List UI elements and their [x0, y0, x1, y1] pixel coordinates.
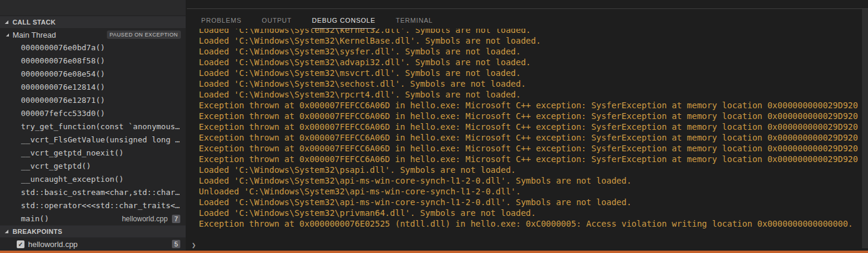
debug-console-input[interactable]: ❯: [192, 240, 196, 251]
frame-file-label: helloworld.cpp: [122, 212, 168, 225]
collapse-twisty-icon: [5, 230, 8, 233]
stack-frame[interactable]: 0000000076e08e54(): [0, 68, 186, 81]
console-line: Exception thrown at 0x000007FEFCC6A06D i…: [199, 143, 860, 154]
console-line: Loaded 'C:\Windows\System32\api-ms-win-c…: [199, 175, 860, 186]
stack-frame[interactable]: 0000000076e12814(): [0, 81, 186, 94]
stack-frame[interactable]: try_get_function(const `anonymous…: [0, 120, 186, 133]
frame-name: main(): [21, 212, 49, 225]
tab-debug-console[interactable]: DEBUG CONSOLE: [312, 9, 375, 29]
panel-top-border: [187, 8, 868, 9]
frame-line-badge: 7: [172, 215, 180, 223]
stack-frame[interactable]: 0000000076e12871(): [0, 94, 186, 107]
console-line: Exception thrown at 0x000007FEFCC6A06D i…: [199, 100, 860, 111]
console-line: Loaded 'C:\Windows\System32\sysfer.dll'.…: [199, 46, 860, 57]
breakpoint-file-label: helloworld.cpp: [28, 240, 172, 249]
frame-name: 0000000076e0bd7a(): [21, 41, 105, 54]
breakpoint-row[interactable]: ✓ helloworld.cpp 5: [0, 237, 186, 251]
sidebar-empty-section: [0, 0, 186, 16]
stack-frame[interactable]: std::basic_ostream<char,std::char…: [0, 186, 186, 199]
tab-output[interactable]: OUTPUT: [262, 9, 292, 29]
breakpoints-section-header[interactable]: BREAKPOINTS: [0, 225, 186, 237]
frame-name: 000007fefcc533d0(): [21, 107, 105, 120]
console-line: Exception thrown at 0x000007FEFCC6A06D i…: [199, 111, 860, 121]
vscode-debug-view: CALL STACK Main Thread PAUSED ON EXCEPTI…: [0, 0, 868, 253]
console-line: Loaded 'C:\Windows\System32\privman64.dl…: [199, 208, 860, 218]
console-line: Exception thrown at 0x000007FEFCC6A06D i…: [199, 154, 860, 164]
console-line: Loaded 'C:\Windows\System32\KernelBase.d…: [199, 35, 860, 46]
debug-sidebar: CALL STACK Main Thread PAUSED ON EXCEPTI…: [0, 0, 186, 251]
frame-name: __uncaught_exception(): [21, 173, 124, 186]
thread-row-main[interactable]: Main Thread PAUSED ON EXCEPTION: [0, 28, 186, 41]
breakpoint-line-badge: 5: [172, 240, 180, 248]
console-scrollbar[interactable]: [862, 9, 868, 248]
tab-problems[interactable]: PROBLEMS: [201, 9, 242, 29]
breakpoints-header-label: BREAKPOINTS: [13, 228, 62, 235]
debug-console-output: Loaded 'C:\Windows\System32\kernel32.dll…: [199, 25, 860, 229]
bottom-panel: Loaded 'C:\Windows\System32\kernel32.dll…: [186, 0, 868, 251]
tab-terminal[interactable]: TERMINAL: [396, 9, 433, 29]
console-line: Loaded 'C:\Windows\System32\sechost.dll'…: [199, 78, 860, 89]
stack-frame[interactable]: 0000000076e0bd7a(): [0, 41, 186, 54]
collapse-twisty-icon: [6, 33, 9, 36]
frame-name: std::operator<<<std::char_traits<…: [21, 199, 180, 212]
console-line: Unloaded 'C:\Windows\System32\api-ms-win…: [199, 186, 860, 197]
callstack-section-header[interactable]: CALL STACK: [0, 16, 186, 28]
frame-name: 0000000076e08f58(): [21, 54, 105, 68]
console-line: Loaded 'C:\Windows\System32\msvcrt.dll'.…: [199, 68, 860, 78]
stack-frame[interactable]: __vcrt_getptd_noexit(): [0, 147, 186, 160]
stack-frame[interactable]: 0000000076e08f58(): [0, 54, 186, 68]
callstack-header-label: CALL STACK: [13, 19, 56, 26]
chevron-right-icon: ❯: [192, 241, 196, 249]
console-line: Exception thrown at 0x0000000076E02525 (…: [199, 218, 860, 229]
frame-name: 0000000076e08e54(): [21, 68, 105, 81]
stack-frame[interactable]: __vcrt_FlsGetValue(unsigned long …: [0, 133, 186, 147]
stack-frame[interactable]: __uncaught_exception(): [0, 173, 186, 186]
callstack-frame-list: 0000000076e0bd7a() 0000000076e08f58() 00…: [0, 41, 186, 225]
console-line: Loaded 'C:\Windows\System32\rpcrt4.dll'.…: [199, 89, 860, 100]
stack-frame-main[interactable]: main() helloworld.cpp 7: [0, 212, 186, 225]
frame-name: 0000000076e12814(): [21, 81, 105, 94]
frame-name: __vcrt_getptd_noexit(): [21, 147, 124, 160]
frame-name: std::basic_ostream<char,std::char…: [21, 186, 180, 199]
frame-name: 0000000076e12871(): [21, 94, 105, 107]
frame-name: __vcrt_getptd(): [21, 160, 91, 173]
stack-frame[interactable]: __vcrt_getptd(): [0, 160, 186, 173]
frame-name: __vcrt_FlsGetValue(unsigned long …: [21, 133, 180, 147]
debug-statusbar-accent: [0, 251, 868, 253]
stack-frame[interactable]: std::operator<<<std::char_traits<…: [0, 199, 186, 212]
console-line: Loaded 'C:\Windows\System32\psapi.dll'. …: [199, 164, 860, 175]
thread-label: Main Thread: [13, 31, 107, 39]
collapse-twisty-icon: [5, 20, 8, 24]
panel-tabs-bar: PROBLEMS OUTPUT DEBUG CONSOLE TERMINAL: [186, 9, 868, 29]
paused-on-exception-badge: PAUSED ON EXCEPTION: [107, 31, 181, 39]
breakpoint-checkbox[interactable]: ✓: [17, 240, 24, 248]
console-line: Exception thrown at 0x000007FEFCC6A06D i…: [199, 132, 860, 143]
console-line: Loaded 'C:\Windows\System32\api-ms-win-c…: [199, 197, 860, 208]
console-line: Loaded 'C:\Windows\System32\advapi32.dll…: [199, 57, 860, 68]
console-line: Exception thrown at 0x000007FEFCC6A06D i…: [199, 121, 860, 132]
stack-frame[interactable]: 000007fefcc533d0(): [0, 107, 186, 120]
frame-name: try_get_function(const `anonymous…: [21, 120, 180, 133]
